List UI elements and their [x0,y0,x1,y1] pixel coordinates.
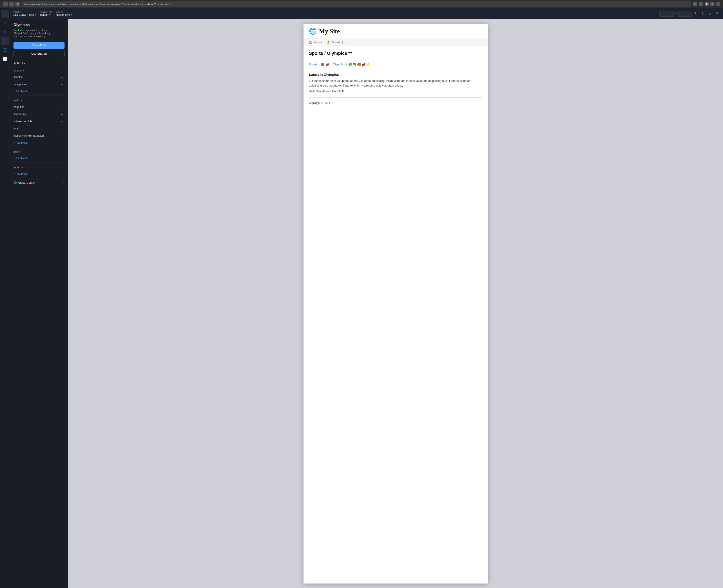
sports-nav-sports-link[interactable]: Sports [309,63,317,66]
page-content: Sports / Olympics ** Sports | 🏀 🏈 | Olym… [304,46,488,109]
content-divider [309,97,482,98]
sports-sub-icon-5: ⚡ [366,62,370,66]
zoom-group: 100% × 100% 👁 ↻ ⤢ ? [659,10,720,17]
my-draft-label: My Draft [14,35,23,38]
device-chevron-icon: ▾ [71,14,72,16]
forward-button[interactable]: › [9,2,14,6]
share-edits-button[interactable]: Share Edits [14,42,64,49]
url-text: dev.arcaudiencetargeting.arcpublishing.c… [24,3,171,5]
sports-nav-olympics-link[interactable]: Olympics [333,63,345,66]
sports-nav: Sports | 🏀 🏈 | Olympics | 🟢 🌿 🏀 [309,62,482,69]
device-dropdown[interactable]: Responsive ▾ [56,13,72,16]
published-status: Published updated 1 week ago [14,29,64,31]
blocks-label: Blocks [17,62,25,65]
sports-sub-icon-1: 🟢 [348,62,352,66]
panel-header: Olympics Published updated 1 week ago Sh… [10,19,68,40]
sports-sub-icon-more: ··· [371,62,373,66]
footer-chevron-icon: ▾ [22,166,23,169]
sports-sub-icon-2: 🌿 [353,62,356,66]
block-menu-btn-navigation[interactable]: ··· [60,82,64,86]
zoom-separator: × [675,12,676,15]
blocks-section-header[interactable]: ⊞ Blocks ▾ [10,60,68,67]
sports-nav-icon-basketball: 🏀 [321,63,325,66]
add-block-aside-label: + Add block [14,157,27,160]
block-name-site-title: site title [14,76,23,79]
block-name-lorem: lorem [14,127,20,130]
rail-pages-icon[interactable]: ☰ [1,10,9,18]
rail-globe-icon[interactable]: 🌐 [1,46,9,54]
block-item-page-title[interactable]: page title ··· [10,103,68,110]
extension-icon-1[interactable]: 🔍 [693,2,697,6]
website-dropdown[interactable]: East Coast Herald ▾ [13,13,36,16]
block-name-sub-section-title: sub-section title [14,120,32,123]
blocks-icon: ⊞ [14,62,16,65]
rail-blocks-icon[interactable]: ⊞ [1,37,9,45]
rail-settings-icon[interactable]: ⚙ [1,28,9,36]
output-type-label: Output Type [40,10,52,13]
nav-sports-icon: 🏅 [326,41,330,44]
main-label: main [14,99,19,102]
reload-button[interactable]: ↻ [15,2,20,6]
my-draft-status-text: updated 1 week ago [24,35,46,38]
header-label: header [14,69,22,72]
published-label: Published [14,29,25,31]
device-value: Responsive [56,13,70,16]
aside-chevron-icon: ▾ [21,151,22,153]
output-type-dropdown[interactable]: default ▾ [40,13,52,16]
block-menu-btn-site-title[interactable]: ··· [60,75,64,79]
footer-label: footer [14,166,20,169]
extension-icon-3[interactable]: 📋 [705,2,709,6]
main-subsection-header[interactable]: main ▾ [10,97,68,103]
nav-sports-label: Sports [332,41,340,44]
block-item-lorem[interactable]: lorem ··· [10,125,68,132]
add-block-header-button[interactable]: + Add block [10,88,68,94]
add-block-aside-button[interactable]: + Add block [10,155,68,162]
toolbar-wrapper: Website East Coast Herald ▾ Output Type … [10,8,723,588]
main-area: Olympics Published updated 1 week ago Sh… [10,19,723,588]
block-menu-btn-lorem[interactable]: ··· [60,126,64,131]
add-block-main-button[interactable]: + Add block [10,139,68,146]
block-item-navigation[interactable]: navigation ··· [10,81,68,88]
divider-1 [10,96,68,96]
extension-icon-2[interactable]: 👤 [699,2,703,6]
block-menu-btn-global-hello[interactable]: ··· [60,133,64,138]
help-button[interactable]: ? [714,10,720,17]
latest-body-text: Elit consectetur anim voluptate laboris … [309,79,482,88]
extension-icon-4[interactable]: ⊡ [710,2,715,6]
block-name-sports-nav: sports nav [14,112,26,116]
latest-title: Latest in Olympics [309,72,482,77]
use-shared-button[interactable]: Use Shared [14,50,64,57]
aside-subsection-header[interactable]: aside ▾ [10,148,68,155]
refresh-button[interactable]: ↻ [700,10,706,17]
global-content-label: Global Content [18,181,36,184]
zoom-width-input[interactable]: 100% [659,11,674,17]
rail-chart-icon[interactable]: 📊 [1,55,9,63]
block-item-site-title[interactable]: site title ··· [10,74,68,81]
back-button[interactable]: ‹ [3,2,8,6]
page-title-text: Sports / Olympics ** [309,51,352,56]
website-value: East Coast Herald [13,13,35,16]
fullscreen-button[interactable]: ⤢ [707,10,713,17]
extension-icon-5[interactable]: ⋮⋮ [716,2,720,6]
footer-subsection-header[interactable]: footer ▾ [10,164,68,170]
add-block-main-label: + Add block [14,141,27,144]
header-subsection-header[interactable]: header ▾ [10,67,68,74]
block-menu-btn-sports-nav[interactable]: ··· [60,112,64,117]
block-menu-btn-sub-section-title[interactable]: ··· [60,119,64,124]
rail-info-icon[interactable]: ℹ [1,19,9,27]
global-content-section-header[interactable]: 🌐 Global Content ▾ [10,179,68,186]
nav-sep-1: | [324,41,325,44]
browser-chrome: ‹ › ↻ dev.arcaudiencetargeting.arcpublis… [0,0,723,8]
block-item-sports-nav[interactable]: sports nav ··· [10,110,68,118]
nav-more: ··· [345,41,347,44]
copyright-text: Copyright © 2024 [309,101,482,105]
block-item-sub-section-title[interactable]: sub-section title ··· [10,118,68,125]
block-item-global-hello[interactable]: global HelloFromBundleB ··· [10,132,68,139]
blocks-section-title: ⊞ Blocks [14,62,25,65]
block-menu-btn-page-title[interactable]: ··· [60,105,64,109]
zoom-height-input[interactable]: 100% [677,11,691,17]
add-block-footer-button[interactable]: + Add block [10,170,68,177]
preview-toggle-button[interactable]: 👁 [693,10,699,17]
sports-nav-sub-icons: 🟢 🌿 🏀 🏈 ⚡ ··· [348,62,373,66]
address-bar[interactable]: dev.arcaudiencetargeting.arcpublishing.c… [22,1,691,7]
